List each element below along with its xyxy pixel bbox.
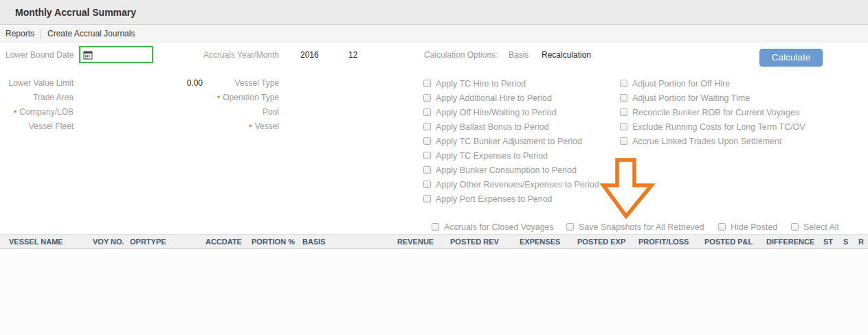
checkbox[interactable] xyxy=(620,123,627,130)
accruals-year-field[interactable]: 2016 xyxy=(300,48,319,62)
option-apply-port-expenses[interactable]: Apply Port Expenses to Period xyxy=(423,192,553,206)
option-adjust-portion-off-hire[interactable]: Adjust Portion for Off Hire xyxy=(620,76,730,91)
checkbox[interactable] xyxy=(423,137,431,145)
checkbox[interactable] xyxy=(423,152,431,159)
column-header-posted-exp[interactable]: POSTED EXP xyxy=(577,235,625,249)
vessel-fleet-label: Vessel Fleet xyxy=(0,119,74,134)
column-header-revenue[interactable]: REVENUE xyxy=(397,235,434,249)
required-indicator xyxy=(249,122,252,131)
column-header-posted-rev[interactable]: POSTED REV xyxy=(450,235,499,249)
column-header-voy-no[interactable]: VOY NO. xyxy=(93,235,124,249)
column-header-profit-loss[interactable]: PROFIT/LOSS xyxy=(638,235,689,249)
checkbox[interactable] xyxy=(423,166,431,174)
option-exclude-running-costs[interactable]: Exclude Running Costs for Long Term TC/O… xyxy=(620,119,805,134)
accruals-year-month-label: Accruals Year/Month xyxy=(192,48,279,62)
option-hide-posted[interactable]: Hide Posted xyxy=(718,220,777,234)
option-apply-ballast-bonus[interactable]: Apply Ballast Bonus to Period xyxy=(423,119,549,134)
checkbox[interactable] xyxy=(620,108,627,116)
checkbox[interactable] xyxy=(432,223,439,231)
lower-bound-date-input[interactable] xyxy=(79,46,153,63)
checkbox[interactable] xyxy=(423,181,431,188)
menu-divider xyxy=(41,29,41,39)
column-header-difference[interactable]: DIFFERENCE xyxy=(766,235,814,249)
option-apply-additional-hire[interactable]: Apply Additional Hire to Period xyxy=(423,91,552,105)
column-header-st[interactable]: ST xyxy=(823,235,833,249)
required-indicator xyxy=(217,93,220,102)
column-header-oprtype[interactable]: OPRTYPE xyxy=(130,235,166,249)
checkbox[interactable] xyxy=(423,80,431,87)
column-header-vessel-name[interactable]: VESSEL NAME xyxy=(9,235,63,249)
checkbox[interactable] xyxy=(620,137,627,145)
option-apply-tc-hire[interactable]: Apply TC Hire to Period xyxy=(423,76,526,91)
vessel-type-label: Vessel Type xyxy=(192,76,279,91)
menubar: Reports Create Accrual Journals xyxy=(0,25,868,43)
titlebar: Monthly Accrual Summary xyxy=(0,0,868,25)
calc-option-basis[interactable]: Basis xyxy=(509,48,528,62)
required-indicator xyxy=(14,107,16,117)
menu-item-create-accrual-journals[interactable]: Create Accrual Journals xyxy=(47,29,135,38)
column-header-s[interactable]: S xyxy=(843,235,848,249)
checkbox[interactable] xyxy=(566,223,574,231)
trade-area-label: Trade Area xyxy=(0,91,74,105)
checkbox[interactable] xyxy=(423,195,431,203)
menu-item-reports[interactable]: Reports xyxy=(5,29,34,38)
monthly-accrual-summary-window: Monthly Accrual Summary Reports Create A… xyxy=(0,0,868,335)
option-accruals-closed-voyages[interactable]: Accruals for Closed Voyages xyxy=(432,220,554,234)
column-header-posted-pl[interactable]: POSTED P&L xyxy=(704,235,753,249)
column-header-basis[interactable]: BASIS xyxy=(302,235,326,249)
accruals-month-field[interactable]: 12 xyxy=(348,48,357,62)
checkbox[interactable] xyxy=(620,94,627,102)
pool-label: Pool xyxy=(192,105,279,119)
results-table-header: VESSEL NAME VOY NO. OPRTYPE ACCDATE PORT… xyxy=(0,234,868,249)
company-lob-label: Company/LOB xyxy=(0,105,74,119)
calculation-options-label: Calculation Options: xyxy=(424,48,498,62)
column-header-r[interactable]: R xyxy=(858,235,864,249)
option-apply-bunker-consumption[interactable]: Apply Bunker Consumption to Period xyxy=(423,163,577,177)
option-apply-tc-expenses[interactable]: Apply TC Expenses to Period xyxy=(423,148,548,163)
down-arrow-annotation-icon xyxy=(597,155,658,220)
results-table-body xyxy=(0,250,868,335)
column-header-portion[interactable]: PORTION % xyxy=(252,235,295,249)
checkbox[interactable] xyxy=(423,94,431,102)
checkbox[interactable] xyxy=(423,108,431,116)
option-save-snapshots[interactable]: Save Snapshots for All Retrieved xyxy=(566,220,704,234)
checkbox[interactable] xyxy=(423,123,431,130)
calc-option-recalculation[interactable]: Recalculation xyxy=(542,48,591,62)
option-adjust-portion-waiting-time[interactable]: Adjust Portion for Waiting Time xyxy=(620,91,750,105)
lower-bound-date-label: Lower Bound Date xyxy=(5,48,74,62)
option-apply-other-revenues-expenses[interactable]: Apply Other Revenues/Expenses to Period xyxy=(423,177,599,192)
option-apply-tc-bunker-adjustment[interactable]: Apply TC Bunker Adjustment to Period xyxy=(423,134,582,148)
page-title: Monthly Accrual Summary xyxy=(15,0,136,25)
option-reconcile-bunker-rob[interactable]: Reconcile Bunker ROB for Current Voyages xyxy=(620,105,799,119)
option-select-all[interactable]: Select All xyxy=(791,220,838,234)
checkbox[interactable] xyxy=(718,223,726,231)
column-header-expenses[interactable]: EXPENSES xyxy=(520,235,560,249)
option-apply-off-hire-waiting[interactable]: Apply Off Hire/Waiting to Period xyxy=(423,105,557,119)
operation-type-label: Operation Type xyxy=(192,91,279,105)
lower-value-limit-label: Lower Value Limit xyxy=(0,76,74,91)
checkbox[interactable] xyxy=(620,80,627,87)
option-accrue-linked-trades[interactable]: Accrue Linked Trades Upon Settlement xyxy=(620,134,781,148)
calculate-button[interactable]: Calculate xyxy=(759,49,823,67)
checkbox[interactable] xyxy=(791,223,799,231)
column-header-accdate[interactable]: ACCDATE xyxy=(205,235,242,249)
vessel-label: Vessel xyxy=(192,119,279,134)
calendar-icon[interactable] xyxy=(83,50,93,60)
